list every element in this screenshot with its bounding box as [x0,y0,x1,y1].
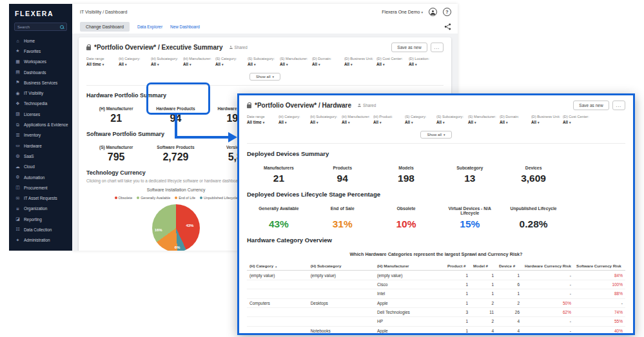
filter-item[interactable]: (S) Subcategory:All [248,57,280,66]
table-row[interactable]: NotebooksApple 144 -40% [247,326,625,335]
sidebar-item-dashboards[interactable]: Dashboards [9,67,72,77]
column-header[interactable]: Device # [496,262,522,271]
tab-data-explorer[interactable]: Data Explorer [137,24,162,29]
filter-item[interactable]: (D) Domain:All [500,115,531,124]
table-row[interactable]: ComputersDesktopsApple 122 50%- [247,298,625,307]
sidebar-item-workspaces[interactable]: Workspaces [9,57,72,67]
filter-item[interactable]: (H) Subcategory:All [151,57,183,66]
column-header[interactable]: (H) Category [247,262,308,271]
filter-item[interactable]: (H) Subcategory:All [310,115,342,124]
column-header[interactable]: Software Currency Risk [574,262,625,271]
table-row[interactable]: Intel 111 -88% [247,289,625,298]
sidebar-item-licenses[interactable]: Licenses [9,109,72,119]
search-input[interactable]: Search [14,23,67,31]
top-bar: IT Visibility / Dashboard Flexera One De… [72,4,458,20]
sidebar-item-data-collection[interactable]: Data Collection [9,224,72,235]
tab-change-dashboard[interactable]: Change Dashboard [80,22,130,32]
metric: Unpublished Lifecycle0.28% [502,206,565,230]
sidebar-item-reporting[interactable]: Reporting [9,214,72,224]
column-header[interactable]: Hardware Currency Risk [522,262,574,271]
filter-item[interactable]: (D) Cost Center:All [376,57,409,66]
legend-dot [137,197,139,199]
flag-icon [15,80,21,85]
more-options-button[interactable]: ... [431,43,444,52]
sidebar-item-cloud[interactable]: Cloud [9,162,72,172]
account-menu[interactable]: Flexera One Demo [382,10,423,14]
sidebar-item-automation[interactable]: Automation [9,172,72,182]
filter-item[interactable]: (D) Domain:All [312,57,344,66]
chevron-down-icon [286,62,288,66]
section-heading-deployed-devices: Deployed Devices Summary [247,150,625,157]
sidebar-item-home[interactable]: Home [9,35,72,46]
chevron-down-icon [421,10,423,14]
more-options-button[interactable]: ... [612,101,625,110]
sort-asc-icon [273,264,277,268]
sidebar-item-organization[interactable]: Organization [9,204,72,214]
filter-item[interactable]: (D) Cost Center:All [563,115,594,124]
share-icon[interactable] [444,23,451,30]
sidebar-item-it-asset-requests[interactable]: IT Asset Requests [9,193,72,203]
filter-item[interactable]: (H) Product:All [373,115,405,124]
annotation-arrow [175,115,177,139]
filter-item[interactable]: Date rangeAll time [86,57,119,66]
sidebar-item-saas[interactable]: SaaS [9,151,72,161]
section-heading-category-overview: Hardware Category Overview [247,236,625,244]
filter-item[interactable]: (H) Manufacturer:All [342,115,373,124]
column-header[interactable]: (H) Subcategory [308,262,375,271]
sidebar-item-applications-evidence[interactable]: Applications & Evidence [9,119,72,130]
sidebar-item-label: Favorites [24,49,41,53]
column-header[interactable]: Model # [471,262,496,271]
sidebar-item-label: Procurement [24,186,48,190]
metric: End of Sale31% [311,206,375,230]
metric: (S) Manufacturer795 [86,145,146,163]
sidebar-item-it-visibility[interactable]: IT Visibility [9,88,72,98]
save-as-new-button[interactable]: Save as new [391,43,427,52]
table-row[interactable]: (empty value)(empty value)(empty value) … [247,271,625,280]
metric: Models198 [375,166,438,184]
save-as-new-button[interactable]: Save as new [573,101,609,110]
filter-item[interactable]: (S) Manufacturer:All [468,115,500,124]
filter-item[interactable]: (D) Location:All [409,57,441,66]
sidebar-item-label: Applications & Evidence [24,122,68,127]
legend-item: Generally Available [137,196,170,200]
sidebar-item-administration[interactable]: Administration [9,235,72,246]
filter-item[interactable]: (H) Category:All [119,57,151,66]
filter-item[interactable]: (S) Category:All [405,115,436,124]
sidebar-item-hardware[interactable]: Hardware [9,140,72,151]
pie-chart[interactable]: 43% 16% 6% [152,204,200,251]
sidebar-item-favorites[interactable]: Favorites [9,46,72,56]
help-icon[interactable]: ? [443,8,451,16]
filter-item[interactable]: (S) Manufacturer:All [280,57,312,66]
table-row[interactable]: HP 124 -55% [247,317,625,326]
show-all-button[interactable]: Show all [420,131,451,139]
user-avatar-icon[interactable] [429,8,437,16]
table-row[interactable]: Dell Technologies 31126 62%74% [247,307,625,316]
sidebar-item-label: Hardware [24,144,42,148]
filter-item[interactable]: (H) Category:All [278,115,310,124]
chevron-down-icon [125,62,127,66]
filter-item[interactable]: (H) Manufacturer:All [183,57,215,66]
tab-new-dashboard[interactable]: New Dashboard [170,24,200,29]
star-icon [15,48,21,53]
table-row[interactable]: Cisco 116 -100% [247,280,625,289]
sidebar-item-label: Workspaces [24,59,46,64]
filter-item[interactable]: Date rangeAll time [247,115,278,124]
filter-item[interactable]: (S) Category:All [215,57,248,66]
account-label: Flexera One Demo [382,10,420,14]
column-header[interactable]: (H) Manufacturer [375,262,445,271]
cloud-icon [15,164,21,169]
search-icon[interactable] [60,25,64,29]
sidebar-item-inventory[interactable]: Inventory [9,130,72,140]
metric: Subcategory13 [438,166,502,184]
legend-item: End of Life [175,196,195,200]
column-header[interactable]: Product # [445,262,471,271]
filter-item[interactable]: (D) Business Unit:All [344,57,376,66]
envelope-icon [15,196,21,201]
filter-item[interactable]: (D) Business Unit:All [531,115,563,124]
show-all-button[interactable]: Show all [249,73,280,81]
sidebar-item-procurement[interactable]: Procurement [9,182,72,193]
filter-item[interactable]: (S) Subcategory:All [436,115,468,124]
sidebar-item-technopedia[interactable]: Technopedia [9,99,72,109]
sidebar-item-business-services[interactable]: Business Services [9,77,72,88]
administration-icon [15,238,21,243]
